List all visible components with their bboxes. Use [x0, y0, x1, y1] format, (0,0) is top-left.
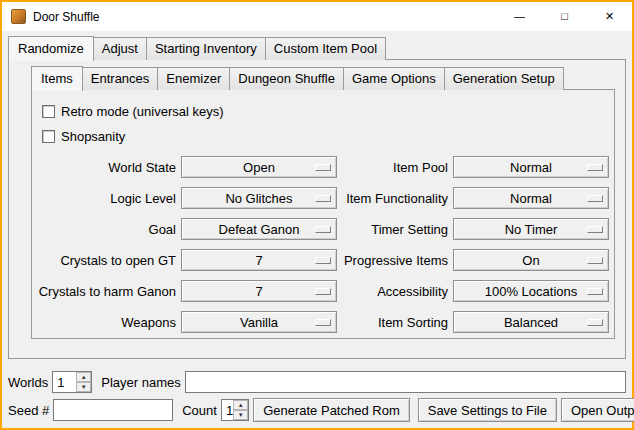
dropdown-indicator-icon: [587, 257, 603, 264]
count-label: Count: [182, 403, 217, 418]
item-functionality-dropdown[interactable]: Normal: [453, 187, 609, 209]
close-button[interactable]: ✕: [587, 2, 632, 31]
outer-tab-bar: Randomize Adjust Starting Inventory Cust…: [8, 36, 626, 60]
count-spinner[interactable]: 1 ▲ ▼: [221, 399, 249, 421]
close-icon: ✕: [605, 11, 614, 22]
dropdown-value: 100% Locations: [485, 284, 578, 299]
options-grid: World State Open Item Pool Normal Logic …: [36, 156, 614, 333]
weapons-dropdown[interactable]: Vanilla: [181, 311, 337, 333]
maximize-icon: □: [561, 11, 568, 22]
tab-generation-setup[interactable]: Generation Setup: [444, 67, 564, 90]
randomize-pane: Items Entrances Enemizer Dungeon Shuffle…: [8, 59, 626, 359]
tab-entrances[interactable]: Entrances: [82, 67, 159, 90]
tab-randomize[interactable]: Randomize: [8, 36, 94, 61]
dropdown-value: Balanced: [504, 315, 558, 330]
tab-adjust[interactable]: Adjust: [93, 37, 147, 60]
weapons-label: Weapons: [36, 315, 176, 330]
dropdown-value: 7: [255, 284, 262, 299]
retro-mode-checkbox[interactable]: Retro mode (universal keys): [42, 101, 614, 121]
count-value: 1: [222, 400, 233, 420]
goal-label: Goal: [36, 222, 176, 237]
player-names-label: Player names: [101, 375, 180, 390]
crystals-harm-ganon-label: Crystals to harm Ganon: [36, 284, 176, 299]
crystals-harm-ganon-dropdown[interactable]: 7: [181, 280, 337, 302]
minimize-icon: —: [514, 11, 525, 22]
generate-row: Seed # Count 1 ▲ ▼ Generate Patched Rom …: [8, 398, 626, 422]
dropdown-value: 7: [255, 253, 262, 268]
item-pool-label: Item Pool: [342, 160, 448, 175]
logic-level-dropdown[interactable]: No Glitches: [181, 187, 337, 209]
dropdown-indicator-icon: [587, 319, 603, 326]
dropdown-indicator-icon: [587, 226, 603, 233]
dropdown-value: Defeat Ganon: [219, 222, 300, 237]
seed-label: Seed #: [8, 403, 49, 418]
spin-down-icon[interactable]: ▼: [233, 410, 248, 420]
dropdown-value: No Timer: [505, 222, 558, 237]
timer-setting-label: Timer Setting: [342, 222, 448, 237]
maximize-button[interactable]: □: [542, 2, 587, 31]
dropdown-indicator-icon: [315, 288, 331, 295]
dropdown-value: Vanilla: [240, 315, 278, 330]
crystals-open-gt-dropdown[interactable]: 7: [181, 249, 337, 271]
dropdown-value: No Glitches: [225, 191, 292, 206]
inner-tab-bar: Items Entrances Enemizer Dungeon Shuffle…: [31, 66, 615, 90]
generate-rom-button[interactable]: Generate Patched Rom: [253, 398, 410, 422]
tab-custom-item-pool[interactable]: Custom Item Pool: [265, 37, 386, 60]
window-title: Door Shuffle: [33, 10, 100, 24]
dropdown-indicator-icon: [587, 164, 603, 171]
accessibility-dropdown[interactable]: 100% Locations: [453, 280, 609, 302]
world-state-label: World State: [36, 160, 176, 175]
timer-setting-dropdown[interactable]: No Timer: [453, 218, 609, 240]
progressive-items-label: Progressive Items: [342, 253, 448, 268]
tab-enemizer[interactable]: Enemizer: [157, 67, 230, 90]
dropdown-value: Open: [243, 160, 275, 175]
window-body: Randomize Adjust Starting Inventory Cust…: [2, 31, 632, 428]
door-shuffle-window: Door Shuffle — □ ✕ Randomize Adjust Star…: [0, 0, 634, 430]
shopsanity-label: Shopsanity: [61, 129, 125, 144]
spin-up-icon[interactable]: ▲: [76, 372, 91, 382]
player-names-input[interactable]: [185, 371, 626, 393]
item-pool-dropdown[interactable]: Normal: [453, 156, 609, 178]
dropdown-value: On: [522, 253, 539, 268]
dropdown-value: Normal: [510, 160, 552, 175]
logic-level-label: Logic Level: [36, 191, 176, 206]
seed-input[interactable]: [53, 399, 173, 421]
retro-mode-label: Retro mode (universal keys): [61, 104, 224, 119]
tab-dungeon-shuffle[interactable]: Dungeon Shuffle: [229, 67, 344, 90]
item-functionality-label: Item Functionality: [342, 191, 448, 206]
world-state-dropdown[interactable]: Open: [181, 156, 337, 178]
spinner-arrows: ▲ ▼: [233, 400, 248, 420]
tab-starting-inventory[interactable]: Starting Inventory: [146, 37, 266, 60]
titlebar[interactable]: Door Shuffle — □ ✕: [2, 2, 632, 31]
save-settings-button[interactable]: Save Settings to File: [418, 398, 557, 422]
multiworld-row: Worlds 1 ▲ ▼ Player names: [8, 371, 626, 393]
open-output-directory-button[interactable]: Open Output Directory: [561, 398, 634, 422]
dropdown-indicator-icon: [315, 226, 331, 233]
minimize-button[interactable]: —: [497, 2, 542, 31]
worlds-spinner[interactable]: 1 ▲ ▼: [52, 371, 92, 393]
dropdown-value: Normal: [510, 191, 552, 206]
window-controls: — □ ✕: [497, 2, 632, 31]
app-icon: [11, 9, 26, 24]
tab-items[interactable]: Items: [31, 66, 83, 91]
spin-up-icon[interactable]: ▲: [233, 400, 248, 410]
dropdown-indicator-icon: [315, 195, 331, 202]
worlds-value: 1: [53, 372, 76, 392]
checkbox-icon[interactable]: [42, 130, 55, 143]
worlds-label: Worlds: [8, 375, 48, 390]
dropdown-indicator-icon: [315, 319, 331, 326]
dropdown-indicator-icon: [587, 288, 603, 295]
progressive-items-dropdown[interactable]: On: [453, 249, 609, 271]
item-sorting-dropdown[interactable]: Balanced: [453, 311, 609, 333]
spin-down-icon[interactable]: ▼: [76, 382, 91, 392]
crystals-open-gt-label: Crystals to open GT: [36, 253, 176, 268]
goal-dropdown[interactable]: Defeat Ganon: [181, 218, 337, 240]
spinner-arrows: ▲ ▼: [76, 372, 91, 392]
dropdown-indicator-icon: [315, 257, 331, 264]
items-pane: Retro mode (universal keys) Shopsanity W…: [31, 89, 615, 339]
dropdown-indicator-icon: [587, 195, 603, 202]
shopsanity-checkbox[interactable]: Shopsanity: [42, 126, 614, 146]
tab-game-options[interactable]: Game Options: [343, 67, 445, 90]
dropdown-indicator-icon: [315, 164, 331, 171]
checkbox-icon[interactable]: [42, 105, 55, 118]
